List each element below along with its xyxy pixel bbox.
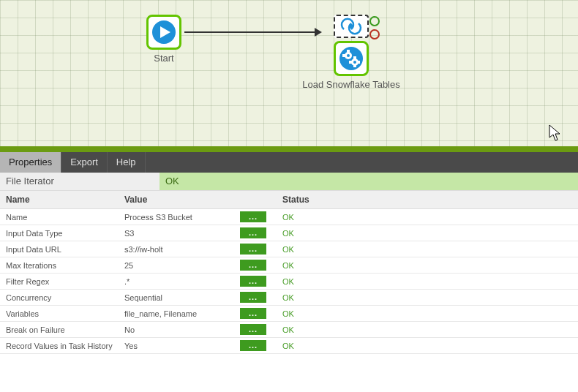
properties-grid-body: NameProcess S3 Bucket...OKInput Data Typ… <box>0 209 578 354</box>
prop-status: OK <box>277 277 578 286</box>
prop-name: Filter Regex <box>0 277 119 286</box>
edit-button[interactable]: ... <box>240 276 266 287</box>
svg-point-8 <box>353 61 356 64</box>
svg-point-4 <box>339 47 363 70</box>
workflow-canvas[interactable]: Start <box>0 0 578 152</box>
node-load-label: Load Snowflake Tables <box>271 79 432 90</box>
properties-grid-header: Name Value Status <box>0 190 578 209</box>
tab-export[interactable]: Export <box>61 152 108 173</box>
prop-name: Concurrency <box>0 293 119 302</box>
prop-value[interactable]: 25 <box>119 261 240 270</box>
prop-status: OK <box>277 342 578 350</box>
svg-point-6 <box>347 54 350 57</box>
table-row[interactable]: Record Values in Task HistoryYes...OK <box>0 338 578 354</box>
prop-value[interactable]: .* <box>119 277 240 286</box>
prop-name: Break on Failure <box>0 325 119 334</box>
table-row[interactable]: ConcurrencySequential...OK <box>0 290 578 306</box>
table-row[interactable]: NameProcess S3 Bucket...OK <box>0 209 578 225</box>
svg-rect-13 <box>357 61 360 64</box>
prop-status: OK <box>277 261 578 270</box>
tab-properties[interactable]: Properties <box>0 152 61 173</box>
svg-rect-10 <box>342 54 345 57</box>
header-value: Value <box>119 195 240 205</box>
prop-value[interactable]: No <box>119 325 240 334</box>
edit-button[interactable]: ... <box>240 324 266 335</box>
table-row[interactable]: Max Iterations25...OK <box>0 257 578 274</box>
node-start-label: Start <box>146 53 181 64</box>
component-bar: File Iterator OK <box>0 173 578 190</box>
prop-name: Name <box>0 213 119 222</box>
component-status: OK <box>159 173 578 190</box>
prop-value[interactable]: S3 <box>119 229 240 238</box>
component-name: File Iterator <box>0 173 159 190</box>
prop-status: OK <box>277 213 578 222</box>
status-failure-icon <box>369 29 380 39</box>
tab-help[interactable]: Help <box>108 152 146 173</box>
cursor-icon <box>549 124 562 142</box>
svg-rect-9 <box>347 50 350 53</box>
table-row[interactable]: Break on FailureNo...OK <box>0 322 578 338</box>
panel-tabbar: Properties Export Help <box>0 152 578 173</box>
gears-icon <box>334 41 369 76</box>
prop-value[interactable]: s3://iw-holt <box>119 245 240 254</box>
svg-rect-11 <box>353 56 356 59</box>
edit-button[interactable]: ... <box>240 308 266 319</box>
prop-name: Record Values in Task History <box>0 342 119 350</box>
svg-rect-14 <box>353 64 356 67</box>
header-status: Status <box>277 195 578 205</box>
prop-status: OK <box>277 245 578 254</box>
prop-name: Input Data Type <box>0 229 119 238</box>
node-load-snowflake[interactable]: Load Snowflake Tables <box>271 15 432 90</box>
table-row[interactable]: Filter Regex.*...OK <box>0 274 578 290</box>
header-name: Name <box>0 195 119 205</box>
prop-status: OK <box>277 293 578 302</box>
edit-button[interactable]: ... <box>240 211 266 222</box>
prop-name: Input Data URL <box>0 245 119 254</box>
iterator-icon <box>334 15 369 38</box>
svg-rect-12 <box>349 61 352 64</box>
prop-value[interactable]: file_name, Filename <box>119 309 240 318</box>
table-row[interactable]: Variablesfile_name, Filename...OK <box>0 306 578 322</box>
edit-button[interactable]: ... <box>240 340 266 351</box>
prop-status: OK <box>277 325 578 334</box>
edit-button[interactable]: ... <box>240 227 266 238</box>
prop-status: OK <box>277 229 578 238</box>
prop-value[interactable]: Process S3 Bucket <box>119 213 240 222</box>
table-row[interactable]: Input Data URLs3://iw-holt...OK <box>0 241 578 257</box>
table-row[interactable]: Input Data TypeS3...OK <box>0 225 578 241</box>
prop-value[interactable]: Sequential <box>119 293 240 302</box>
play-icon <box>146 15 181 50</box>
prop-name: Max Iterations <box>0 261 119 270</box>
prop-name: Variables <box>0 309 119 318</box>
node-start[interactable]: Start <box>146 15 181 64</box>
prop-status: OK <box>277 309 578 318</box>
status-success-icon <box>369 16 380 26</box>
edit-button[interactable]: ... <box>240 260 266 271</box>
edit-button[interactable]: ... <box>240 292 266 303</box>
prop-value[interactable]: Yes <box>119 342 240 350</box>
edit-button[interactable]: ... <box>240 244 266 255</box>
